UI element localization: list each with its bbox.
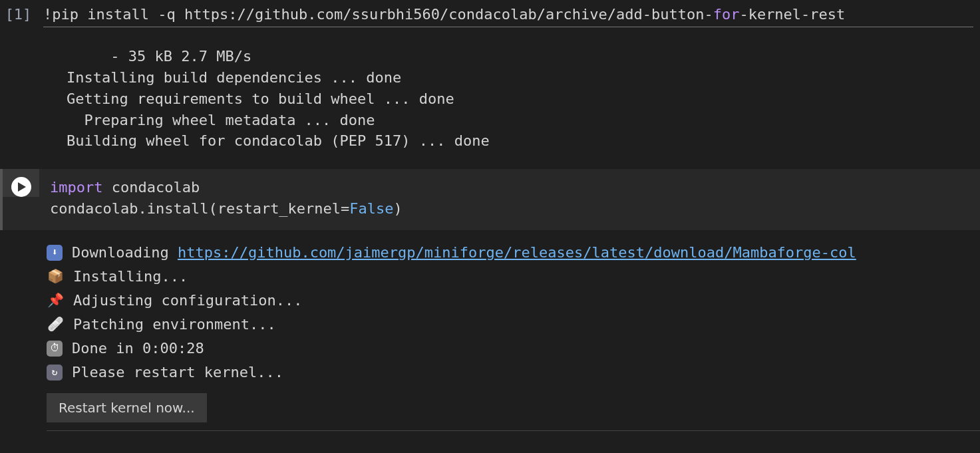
output-row-installing: 📦 Installing... (47, 265, 980, 289)
code-line: !pip install -q https://github.com/ssurb… (43, 4, 973, 27)
code-cell-1: [1] !pip install -q https://github.com/s… (0, 0, 980, 34)
download-icon: ⬇ (47, 245, 63, 261)
cell-gutter (3, 169, 39, 197)
bandage-icon: 🩹 (47, 316, 64, 333)
cell-2-output: ⬇ Downloading https://github.com/jaimerg… (0, 230, 980, 429)
code-input-1[interactable]: !pip install -q https://github.com/ssurb… (37, 0, 980, 34)
code-line: condacolab.install(restart_kernel=False) (50, 198, 973, 220)
code-cell-2: import condacolab condacolab.install(res… (0, 169, 980, 230)
restart-icon: ↻ (47, 365, 63, 380)
svg-marker-0 (18, 182, 26, 192)
code-line: import condacolab (50, 177, 973, 198)
execution-count: [1] (5, 4, 32, 25)
cell-1-output: - 35 kB 2.7 MB/s Installing build depend… (0, 34, 980, 169)
output-row-done: ⏱ Done in 0:00:28 (47, 337, 980, 361)
play-icon (18, 182, 26, 192)
download-link[interactable]: https://github.com/jaimergp/miniforge/re… (178, 244, 856, 261)
output-row-patching: 🩹 Patching environment... (47, 313, 980, 337)
output-row-downloading: ⬇ Downloading https://github.com/jaimerg… (47, 241, 980, 265)
package-icon: 📦 (47, 268, 64, 285)
restart-kernel-button[interactable]: Restart kernel now... (47, 393, 207, 422)
output-row-restart: ↻ Please restart kernel... (47, 361, 980, 384)
output-row-adjusting: 📌 Adjusting configuration... (47, 289, 980, 313)
output-divider (47, 430, 980, 431)
pin-icon: 📌 (47, 292, 64, 309)
cell-gutter: [1] (0, 0, 37, 25)
code-input-2[interactable]: import condacolab condacolab.install(res… (39, 169, 980, 230)
run-cell-button[interactable] (11, 177, 31, 197)
stopwatch-icon: ⏱ (47, 341, 63, 357)
